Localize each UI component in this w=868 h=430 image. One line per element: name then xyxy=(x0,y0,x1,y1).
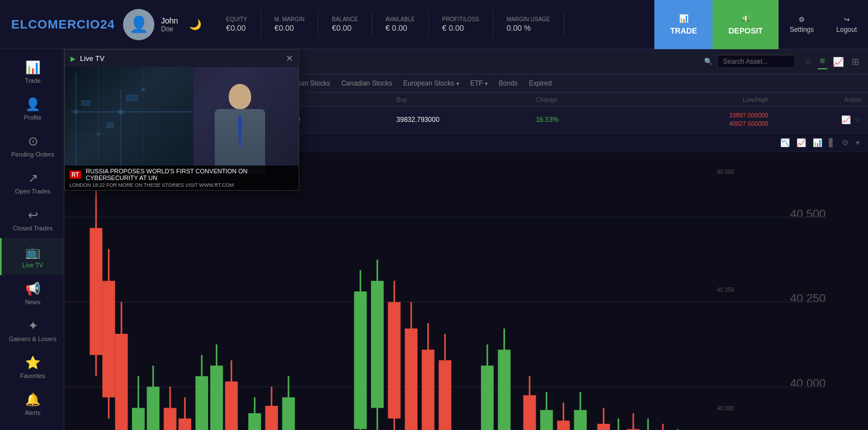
th-action: Action xyxy=(768,96,861,103)
chart-tool-linechart[interactable]: 📈 xyxy=(795,136,808,149)
equity-stat: EQUITY €0.00 xyxy=(213,12,261,37)
svg-rect-48 xyxy=(354,291,367,429)
svg-rect-36 xyxy=(195,376,208,430)
trade-nav-icon: 📊 xyxy=(25,60,40,75)
svg-rect-42 xyxy=(248,413,261,430)
logout-button[interactable]: ↪ Logout xyxy=(825,0,868,49)
svg-rect-52 xyxy=(388,302,401,418)
filter-canadian[interactable]: Canadian Stocks xyxy=(337,78,397,89)
header-action-icons: ☆ ≡ 📈 ⊞ xyxy=(802,54,861,69)
logo-text1: EL xyxy=(11,17,28,31)
candlestick-chart: 40 500 40 250 40 000 39 750 xyxy=(64,164,868,430)
sidebar-item-pending[interactable]: ⊙ Pending Orders xyxy=(0,127,64,164)
svg-rect-10 xyxy=(82,101,90,105)
main-layout: 📊 Trade 👤 Profile ⊙ Pending Orders ↗ Ope… xyxy=(0,49,868,430)
sidebar-item-gainers[interactable]: ✦ Gainers & Losers xyxy=(0,312,64,349)
star-filter-icon[interactable]: ☆ xyxy=(802,54,814,69)
svg-rect-50 xyxy=(371,281,384,408)
chart-area: BTC 40 500 40 250 40 000 39 750 xyxy=(64,152,868,430)
svg-rect-26 xyxy=(115,334,128,430)
svg-rect-70 xyxy=(574,410,587,430)
chart-tool-candle[interactable]: ▋ xyxy=(827,136,837,149)
logout-icon: ↪ xyxy=(844,16,850,23)
star-action-icon[interactable]: ☆ xyxy=(854,115,861,124)
settings-button[interactable]: ⚙ Settings xyxy=(779,0,825,49)
rt-ticker: LONDON 18:22 FOR MORE ON THESE STORIES V… xyxy=(69,182,294,188)
chart-action-icon[interactable]: 📈 xyxy=(841,115,851,124)
svg-rect-64 xyxy=(523,395,536,430)
chart-tool-expand[interactable]: ▾ xyxy=(854,136,861,149)
svg-rect-24 xyxy=(102,281,115,397)
open-nav-icon: ↗ xyxy=(28,171,38,186)
logo-text2: COMERCIO24 xyxy=(28,17,115,31)
user-section: 👤 John Doe 🌙 xyxy=(112,9,213,40)
alerts-nav-icon: 🔔 xyxy=(25,393,40,407)
th-change: Change xyxy=(536,96,629,103)
svg-rect-58 xyxy=(438,360,451,430)
sidebar-item-closed[interactable]: ↩ Closed Trades xyxy=(0,201,64,238)
deposit-icon: 💵 xyxy=(741,14,751,23)
live-indicator: ▶ xyxy=(70,55,76,63)
balance-stat: BALANCE €0.00 xyxy=(318,12,372,37)
sidebar-item-trade[interactable]: 📊 Trade xyxy=(0,54,64,91)
svg-rect-22 xyxy=(89,228,102,355)
svg-point-8 xyxy=(119,110,123,114)
grid-view-icon[interactable]: ⊞ xyxy=(850,54,861,69)
svg-rect-68 xyxy=(557,420,570,430)
search-icon: 🔍 xyxy=(704,58,713,65)
live-tv-title: Live TV xyxy=(80,54,281,63)
svg-rect-12 xyxy=(126,95,138,101)
profit-stat: PROFIT/LOSS € 0.00 xyxy=(429,12,493,37)
svg-rect-28 xyxy=(132,408,145,430)
theme-toggle-icon[interactable]: 🌙 xyxy=(189,18,201,31)
chart-canvas: BTC 40 500 40 250 40 000 39 750 xyxy=(64,152,868,430)
sidebar-item-alerts[interactable]: 🔔 Alerts xyxy=(0,386,64,423)
svg-point-6 xyxy=(74,110,78,114)
action-icons: 📈 ☆ xyxy=(768,115,861,124)
settings-icon: ⚙ xyxy=(799,16,805,23)
svg-rect-30 xyxy=(147,386,159,430)
header: ELCOMERCIO24 👤 John Doe 🌙 EQUITY €0.00 M… xyxy=(0,0,868,49)
svg-rect-54 xyxy=(405,328,418,430)
sidebar-item-livetv[interactable]: 📺 Live TV xyxy=(0,238,64,275)
svg-rect-44 xyxy=(265,406,278,430)
svg-rect-34 xyxy=(178,418,191,430)
rt-headline: RUSSIA PROPOSES WORLD'S FIRST CONVENTION… xyxy=(86,168,294,181)
filter-european[interactable]: European Stocks ▾ xyxy=(399,78,464,89)
sidebar-item-profile[interactable]: 👤 Profile xyxy=(0,91,64,127)
rt-logo: RT xyxy=(69,171,81,179)
low-high: 33897.000000 40827.500000 xyxy=(629,111,768,129)
search-input[interactable] xyxy=(717,55,795,68)
trade-icon: 📊 xyxy=(679,14,688,23)
avatar: 👤 xyxy=(123,9,154,40)
sidebar-item-favorites[interactable]: ⭐ Favorites xyxy=(0,349,64,386)
profile-nav-icon: 👤 xyxy=(25,97,40,112)
th-low-high: Low/High xyxy=(629,96,768,103)
live-tv-header: ▶ Live TV ✕ xyxy=(65,50,299,67)
svg-rect-60 xyxy=(481,366,494,430)
filter-expired[interactable]: Expired xyxy=(525,78,556,89)
live-tv-overlay: ▶ Live TV ✕ xyxy=(64,49,299,191)
trade-button[interactable]: 📊 TRADE xyxy=(654,0,713,49)
deposit-button[interactable]: 💵 DEPOSIT xyxy=(713,0,778,49)
chart-tool-settings[interactable]: ⚙ xyxy=(840,136,851,149)
svg-rect-40 xyxy=(225,381,238,430)
chart-tool-bars[interactable]: 📊 xyxy=(811,136,824,149)
sidebar-item-open[interactable]: ↗ Open Trades xyxy=(0,164,64,201)
chart-tool-line[interactable]: 📉 xyxy=(779,136,791,149)
sidebar: 📊 Trade 👤 Profile ⊙ Pending Orders ↗ Ope… xyxy=(0,49,64,430)
filter-etf[interactable]: ETF ▾ xyxy=(466,78,492,89)
available-stat: AVAILABLE € 0.00 xyxy=(372,12,428,37)
chart-view-icon[interactable]: 📈 xyxy=(831,54,846,69)
change-value: 16.53% xyxy=(536,116,629,124)
margin-usage-stat: MARGIN USAGE 0.00 % xyxy=(493,12,564,37)
sidebar-item-news[interactable]: 📢 News xyxy=(0,275,64,312)
rt-banner: RT RUSSIA PROPOSES WORLD'S FIRST CONVENT… xyxy=(65,166,299,190)
svg-rect-46 xyxy=(282,397,295,430)
th-buy: Buy xyxy=(397,96,536,103)
svg-point-7 xyxy=(97,133,100,136)
filter-bonds[interactable]: Bonds xyxy=(494,78,522,89)
list-view-icon[interactable]: ≡ xyxy=(818,54,827,69)
live-tv-close-button[interactable]: ✕ xyxy=(286,53,293,64)
svg-rect-56 xyxy=(422,349,435,430)
